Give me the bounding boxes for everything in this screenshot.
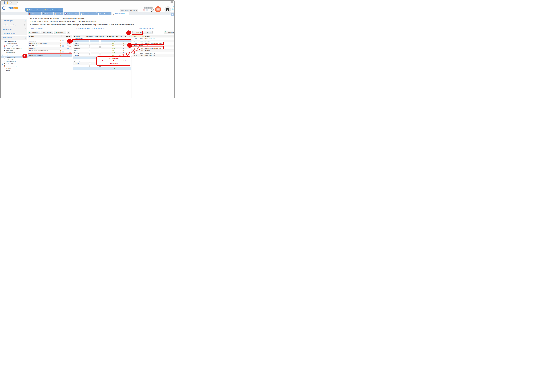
info-icon[interactable]: i	[62, 40, 64, 42]
help-icon[interactable]: ?	[24, 20, 26, 22]
column-header-sollstunden[interactable]: Sollstunden	[105, 35, 116, 37]
sidebar-tree-item[interactable]: Account-Einstellungen	[1, 63, 27, 65]
collapse-group-icon[interactable]	[74, 38, 75, 39]
avatar[interactable]	[155, 6, 161, 12]
workday-checkbox[interactable]	[89, 63, 90, 64]
column-header-t2[interactable]: T...	[128, 35, 131, 37]
deactivate-icon[interactable]	[69, 50, 71, 51]
tour-button-wichtige-funktionen[interactable]: Wichtige Funktionen ×	[43, 8, 63, 12]
edit-pencil-icon[interactable]	[60, 40, 61, 42]
sidebar-section[interactable]: Einstellungen ?	[1, 36, 27, 40]
edit-pencil-icon[interactable]	[60, 43, 61, 44]
organization-button[interactable]	[165, 6, 171, 13]
workday-checkbox[interactable]	[89, 42, 90, 44]
weekday-row[interactable]: Sonntag 0.00 0	[73, 54, 131, 56]
stop-icon[interactable]	[143, 9, 145, 11]
column-header-von[interactable]: ↓Vo...	[131, 35, 138, 37]
sidebar-tree-item[interactable]: Benutzerverwaltung	[1, 42, 27, 45]
weekday-row[interactable]: Freitag 8.00 0	[73, 49, 131, 52]
tour-button-willkommenstour[interactable]: Willkommenstour ×	[26, 8, 43, 12]
tab-arbeitszeitmodelle[interactable]: Arbeitszeitmodelle ×	[112, 12, 130, 15]
model-row[interactable]: 40h / 4-Tage-Woche i	[28, 45, 72, 47]
workday-checkbox[interactable]	[89, 45, 90, 47]
weekday-row[interactable]: Donnerstag 8.00 0	[73, 47, 131, 49]
sidebar-section[interactable]: Auswertungen ?	[1, 27, 27, 31]
tab-statusuebersicht[interactable]: Statusübersicht	[97, 12, 111, 15]
help-icon[interactable]: ?	[24, 28, 26, 30]
column-header-wochentag[interactable]: Wochentag	[73, 35, 84, 37]
pencil-icon[interactable]	[146, 9, 148, 11]
tab-dashboard[interactable]: Dashboard	[42, 12, 53, 15]
help-icon[interactable]: ?	[24, 24, 26, 26]
column-header-b[interactable]: B...	[116, 35, 120, 37]
sidebar-tree-item[interactable]: Auswertungsberechtigungen	[1, 45, 27, 47]
tab-zeitbuchungsliste[interactable]: Zeitbuchungsliste	[64, 12, 79, 15]
copy-template-button[interactable]: Vorlage kopieren	[39, 31, 53, 34]
info-icon[interactable]: i	[62, 50, 64, 52]
help-icon[interactable]: ?	[24, 33, 26, 34]
sidebar-tree-item[interactable]: Schichtplaner	[1, 58, 27, 60]
sidebar-tree-item[interactable]: Benutzereinstellungen	[1, 40, 27, 42]
column-header-arbeitstag[interactable]: Arbeitstag	[84, 35, 95, 37]
half-vacation-checkbox[interactable]	[99, 47, 101, 49]
deactivate-icon[interactable]	[69, 45, 71, 47]
play-icon[interactable]	[151, 9, 154, 12]
refresh-icon[interactable]: ↻	[172, 8, 174, 10]
model-row[interactable]: 30h / Woche i	[28, 47, 72, 50]
weekday-row[interactable]: Samstag 0.00 0	[73, 52, 131, 54]
model-row[interactable]: 4-Tage-Woche - keine Sollstunden i	[28, 50, 72, 52]
sidebar-section[interactable]: Stundenabrechnung ?	[1, 32, 27, 35]
tab-stundenabrechnung[interactable]: Stundenabrechnung	[80, 12, 97, 15]
assigned-users-icon[interactable]	[67, 45, 69, 47]
assigned-users-icon[interactable]	[67, 48, 69, 49]
column-header-e[interactable]: E...	[124, 35, 128, 37]
half-vacation-checkbox[interactable]	[99, 55, 101, 56]
workday-checkbox[interactable]	[89, 55, 90, 56]
model-row[interactable]: 40h / Woche i	[28, 40, 72, 42]
workday-checkbox[interactable]	[89, 50, 90, 51]
column-header-stundenart[interactable]: Stundenart	[144, 35, 174, 37]
interval-row[interactable]: 00:00 06:00 Überstunden 100 %	[131, 37, 174, 40]
half-vacation-checkbox[interactable]	[99, 52, 101, 54]
model-row[interactable]: 40h Woche mit Nachtzuschlägen i	[28, 42, 72, 45]
column-header-halber-urlaub[interactable]: Halber Urlaub...	[95, 35, 105, 37]
close-icon[interactable]: ×	[128, 12, 129, 14]
sidebar-tree-item[interactable]: Abteilungen	[1, 49, 27, 51]
add-model-button[interactable]: + hinzufügen	[28, 31, 39, 34]
sidebar-section[interactable]: Aufgabenverwaltung ?	[1, 23, 27, 27]
sidebar-tree-item[interactable]: Feiertagskalender	[1, 60, 27, 63]
edit-pencil-icon[interactable]	[60, 48, 61, 49]
deactivate-icon[interactable]	[69, 48, 71, 49]
column-header-vorlagen[interactable]: Vorlagen ↓	[28, 35, 59, 37]
chevron-down-icon[interactable]	[135, 10, 138, 11]
collapse-group-icon[interactable]	[74, 60, 75, 62]
tab-willkommen[interactable]: Willkommen ×	[28, 12, 41, 15]
close-icon[interactable]: ×	[62, 8, 63, 10]
close-icon[interactable]: ×	[40, 12, 41, 14]
sidebar-tree-item[interactable]: Zuständigkeiten	[1, 51, 27, 54]
sidebar-collapse-button[interactable]: ‹	[24, 16, 26, 18]
interval-row[interactable]: 20:00 22:00 Überstunden 50 %	[131, 52, 174, 54]
column-header-bis[interactable]: Bis	[138, 35, 144, 37]
tour-toggle-button[interactable]	[171, 13, 174, 16]
sidebar-tree-item[interactable]: Kontakt	[1, 69, 27, 72]
refresh-models-button[interactable]: ↻ Aktualisieren	[54, 31, 66, 34]
workday-checkbox[interactable]	[89, 65, 90, 67]
weekday-row[interactable]: Mittwoch 8.00 0	[73, 45, 131, 47]
sidebar-tree-item[interactable]: Multiuser	[1, 67, 27, 69]
time-tracking-widget[interactable]: Keine Zeitbuchung... 00:00:00	[120, 9, 138, 12]
sidebar-tree-item[interactable]: Historie Benutzerverwaltung	[1, 47, 27, 49]
delete-interval-button[interactable]: löschen	[143, 31, 153, 34]
window-button-close[interactable]	[4, 1, 5, 4]
hamburger-icon[interactable]	[171, 1, 174, 3]
half-vacation-checkbox[interactable]	[99, 50, 101, 51]
column-header-t1[interactable]: T...	[120, 35, 124, 37]
tab-kalender[interactable]: Kalender	[54, 12, 63, 15]
sidebar-section[interactable]: Zeitbuchungen ?	[1, 19, 27, 23]
help-icon[interactable]: ?	[24, 37, 26, 39]
weekday-row[interactable]: Dienstag 8.00 0	[73, 42, 131, 45]
window-button-maximize[interactable]	[10, 1, 11, 4]
list-menu-button[interactable]	[67, 31, 70, 34]
workday-checkbox[interactable]	[89, 47, 90, 49]
half-vacation-checkbox[interactable]	[99, 45, 101, 47]
